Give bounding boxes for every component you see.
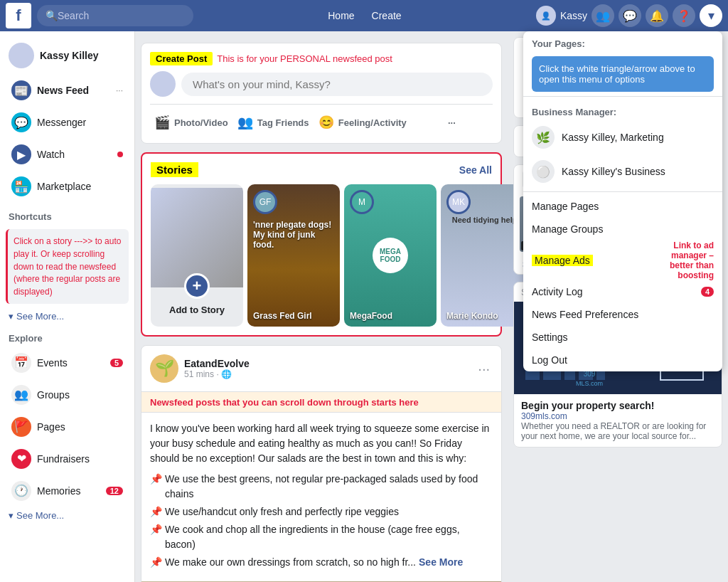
more-options-button[interactable]: ··· (411, 110, 493, 134)
story-megafood[interactable]: MEGA FOOD M MegaFood (344, 184, 437, 327)
sidebar-messenger-label: Messenger (37, 117, 123, 128)
post-card: 🌱 EatandEvolve 51 mins · 🌐 ··· Newsfeed … (141, 345, 502, 582)
dropdown-settings[interactable]: Settings (523, 326, 722, 349)
post-see-more[interactable]: See More (419, 555, 463, 570)
events-icon: 📅 (11, 353, 31, 373)
explore-see-more[interactable]: ▾ See More... (0, 507, 134, 524)
create-post-input[interactable] (181, 73, 493, 96)
left-sidebar: Kassy Killey 📰 News Feed ··· 💬 Messenger… (0, 31, 135, 582)
sidebar-marketplace-label: Marketplace (37, 181, 123, 192)
sidebar-watch-label: Watch (37, 149, 112, 160)
dropdown-item-kassy-business[interactable]: ⚪ Kassy Killey's Business (523, 154, 722, 189)
post-meta: EatandEvolve 51 mins · 🌐 (184, 358, 469, 379)
more-options-icon: ··· (448, 117, 456, 128)
sidebar-item-watch[interactable]: ▶ Watch (3, 139, 132, 170)
watch-icon: ▶ (11, 144, 31, 164)
news-feed-more[interactable]: ··· (116, 85, 123, 95)
your-pages-title: Your Pages: (523, 31, 722, 52)
create-link[interactable]: Create (372, 10, 402, 21)
feeling-activity-label: Feeling/Activity (338, 117, 407, 128)
post-bullet-4: 📌 We make our own dressings from scratch… (150, 555, 493, 570)
sidebar-item-memories[interactable]: 🕐 Memories 12 (3, 475, 132, 507)
search-icon: 🔍 (46, 10, 58, 21)
sidebar-item-pages[interactable]: 🚩 Pages (3, 411, 132, 443)
events-label: Events (37, 357, 105, 369)
fundraisers-label: Fundraisers (37, 453, 123, 465)
post-bullet-1: 📌 We use the best greens, not regular pr… (150, 472, 493, 502)
tag-friends-button[interactable]: 👥 Tag Friends (232, 110, 314, 134)
story-megafood-label: MegaFood (350, 311, 431, 321)
create-post-header: Create Post This is for your PERSONAL ne… (150, 52, 493, 65)
post-bullet-2: 📌 We use/handcut only fresh and perfectl… (150, 504, 493, 519)
feeling-activity-button[interactable]: 😊 Feeling/Activity (314, 110, 411, 134)
dropdown-item-kassy-marketing[interactable]: 🌿 Kassy Killey, Marketing (523, 120, 722, 154)
ad-body-url: 309mls.com (521, 411, 714, 421)
create-post-input-row (150, 71, 493, 97)
user-avatar[interactable]: 👤 (536, 6, 556, 26)
sidebar-item-events[interactable]: 📅 Events 5 (3, 347, 132, 379)
account-dropdown-button[interactable]: ▾ (700, 4, 722, 27)
manage-ads-label: Manage Ads (532, 255, 593, 266)
dropdown-log-out[interactable]: Log Out (523, 349, 722, 371)
dropdown-annotation: Click the white triangle/arrow above to … (532, 56, 714, 92)
post-more-options[interactable]: ··· (475, 358, 493, 380)
friends-icon[interactable]: 👥 (592, 4, 614, 27)
dropdown-manage-groups[interactable]: Manage Groups (523, 218, 722, 240)
sidebar-item-groups[interactable]: 👥 Groups (3, 379, 132, 411)
explore-title: Explore (0, 324, 134, 346)
post-time: 51 mins · 🌐 (184, 369, 469, 379)
story-grass-fed-label: Grass Fed Girl (253, 311, 334, 321)
story-megafood-logo: MEGA FOOD (373, 238, 408, 273)
post-newsfeed-annotation-row: Newsfeed posts that you can scroll down … (141, 391, 501, 413)
search-bar[interactable]: 🔍 (37, 5, 193, 26)
tag-friends-label: Tag Friends (257, 117, 309, 128)
search-input[interactable] (58, 10, 178, 21)
create-post-annotation: This is for your PERSONAL newsfeed post (217, 53, 392, 64)
help-icon[interactable]: ❓ (673, 4, 695, 27)
stories-see-all[interactable]: See All (459, 164, 492, 176)
story-add-label: Add to Story (169, 305, 225, 315)
manage-groups-label: Manage Groups (532, 223, 603, 235)
feeling-activity-icon: 😊 (318, 115, 334, 130)
sidebar-item-fundraisers[interactable]: ❤ Fundraisers (3, 443, 132, 475)
news-feed-icon: 📰 (11, 80, 31, 100)
watch-notification-dot (117, 152, 123, 157)
notifications-icon[interactable]: 🔔 (646, 4, 668, 27)
dropdown-activity-log[interactable]: Activity Log 4 (523, 280, 722, 303)
memories-label: Memories (37, 485, 100, 497)
center-content: Create Post This is for your PERSONAL ne… (135, 31, 508, 582)
shortcuts-annotation-box: Click on a story --->> to auto play it. … (6, 229, 129, 304)
shortcuts-see-more[interactable]: ▾ See More... (0, 308, 134, 324)
story-add-plus-icon: + (184, 273, 210, 299)
post-author-avatar: 🌱 (150, 354, 178, 383)
sidebar-item-news-feed[interactable]: 📰 News Feed ··· (3, 75, 132, 106)
story-add-card[interactable]: + Add to Story (151, 184, 243, 327)
sidebar-item-marketplace[interactable]: 🏪 Marketplace (3, 171, 132, 202)
sidebar-item-messenger[interactable]: 💬 Messenger (3, 107, 132, 138)
post-annotation: Newsfeed posts that you can scroll down … (150, 397, 419, 408)
memories-badge: 12 (106, 487, 123, 495)
messenger-icon[interactable]: 💬 (619, 4, 641, 27)
story-grass-fed[interactable]: GF 'nner plegate dogs! My kind of junk f… (247, 184, 340, 327)
sidebar-profile[interactable]: Kassy Killey (0, 37, 134, 74)
dropdown-manage-ads[interactable]: Manage Ads (523, 249, 658, 272)
home-link[interactable]: Home (328, 10, 354, 21)
story-add-photo: + (151, 188, 243, 287)
create-post-box: Create Post This is for your PERSONAL ne… (141, 43, 502, 144)
fundraisers-icon: ❤ (11, 449, 31, 469)
news-feed-pref-label: News Feed Preferences (532, 309, 638, 320)
log-out-label: Log Out (532, 354, 567, 366)
manage-pages-label: Manage Pages (532, 201, 599, 212)
ad-body-desc: Whether you need a REALTOR or are lookin… (521, 421, 714, 441)
dropdown-manage-pages[interactable]: Manage Pages (523, 195, 722, 218)
sidebar-news-feed-label: News Feed (37, 85, 110, 96)
facebook-logo[interactable]: f (6, 3, 31, 28)
post-body: I know you've been working hard all week… (141, 413, 501, 581)
groups-label: Groups (37, 389, 123, 401)
post-author-name: EatandEvolve (184, 358, 469, 369)
post-header: 🌱 EatandEvolve 51 mins · 🌐 ··· (141, 346, 501, 391)
story-grass-fed-text: 'nner plegate dogs! My kind of junk food… (253, 220, 334, 250)
photo-video-button[interactable]: 🎬 Photo/Video (150, 110, 232, 134)
dropdown-news-feed-pref[interactable]: News Feed Preferences (523, 303, 722, 326)
top-navigation: f 🔍 Home Create 👤 Kassy 👥 💬 🔔 ❓ ▾ (0, 0, 728, 31)
